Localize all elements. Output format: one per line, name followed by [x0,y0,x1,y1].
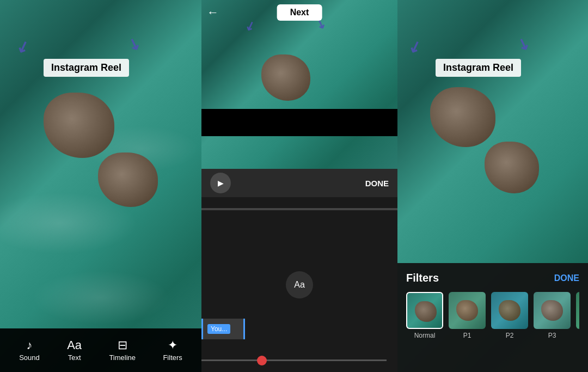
instagram-reel-badge: Instagram Reel [44,59,129,77]
center-editor-panel: ← Next ↙ ↘ YouTube Short ▶ DONE Aa [201,0,397,372]
clip-label: You... [207,324,230,334]
text-tool-button[interactable]: Aa [286,271,313,298]
filter-name-p3: P3 [548,332,556,339]
filter-name-normal: Normal [414,332,436,339]
filter-thumb-normal [406,292,443,329]
filter-thumb-p3 [534,292,571,329]
left-preview-panel: ↙ ↘ Instagram Reel ♪ Sound Aa Text ⊟ Tim… [0,0,201,372]
filters-panel: Filters DONE Normal P1 P2 [397,263,588,372]
bottom-toolbar: ♪ Sound Aa Text ⊟ Timeline ✦ Filters [0,328,201,372]
clip-strip[interactable]: You... [201,319,245,339]
instagram-reel-badge-right: Instagram Reel [436,59,521,77]
timeline-area: Aa You... [201,197,397,372]
right-preview-panel: ↙ ↘ Instagram Reel Filters DONE Normal P… [397,0,588,372]
play-icon: ▶ [218,179,224,187]
scrubber-bar[interactable] [201,359,387,361]
text-icon: Aa [67,339,82,351]
filter-p4[interactable]: P4 [576,292,579,339]
next-button[interactable]: Next [277,4,322,21]
filter-thumb-p4 [576,292,579,329]
sound-label: Sound [19,353,40,362]
toolbar-filters[interactable]: ✦ Filters [163,339,182,362]
filters-done-button[interactable]: DONE [554,273,579,283]
scrubber-handle[interactable] [257,356,267,365]
filters-title: Filters [406,272,439,284]
filter-rock-p3 [541,300,563,321]
toolbar-timeline[interactable]: ⊟ Timeline [109,339,136,362]
filters-label: Filters [163,353,182,362]
video-preview: ↙ ↘ YouTube Short [201,0,397,169]
black-bottom-bar [201,109,397,136]
filter-p3[interactable]: P3 [534,292,571,339]
text-label: Text [68,353,81,362]
timeline-icon: ⊟ [118,339,127,351]
filter-thumb-p1 [449,292,486,329]
filter-p2[interactable]: P2 [491,292,528,339]
filter-normal[interactable]: Normal [406,292,443,339]
sound-icon: ♪ [26,339,32,351]
filter-rock-normal [415,301,437,322]
back-button[interactable]: ← [207,5,219,20]
controls-bar: ▶ DONE [201,169,397,197]
toolbar-sound[interactable]: ♪ Sound [19,339,40,362]
back-icon: ← [207,5,219,19]
filters-header: Filters DONE [406,272,579,284]
filter-thumb-p2 [491,292,528,329]
timeline-track [201,208,397,210]
done-button[interactable]: DONE [365,179,389,188]
filter-name-p1: P1 [463,332,471,339]
filter-rock-p1 [456,300,478,321]
filter-rock-p2 [499,300,520,321]
filters-list: Normal P1 P2 P3 [406,292,579,339]
filter-p1[interactable]: P1 [449,292,486,339]
toolbar-text[interactable]: Aa Text [67,339,82,362]
timeline-label: Timeline [109,353,136,362]
play-button[interactable]: ▶ [210,173,231,193]
filters-icon: ✦ [168,339,177,351]
filter-name-p2: P2 [506,332,514,339]
